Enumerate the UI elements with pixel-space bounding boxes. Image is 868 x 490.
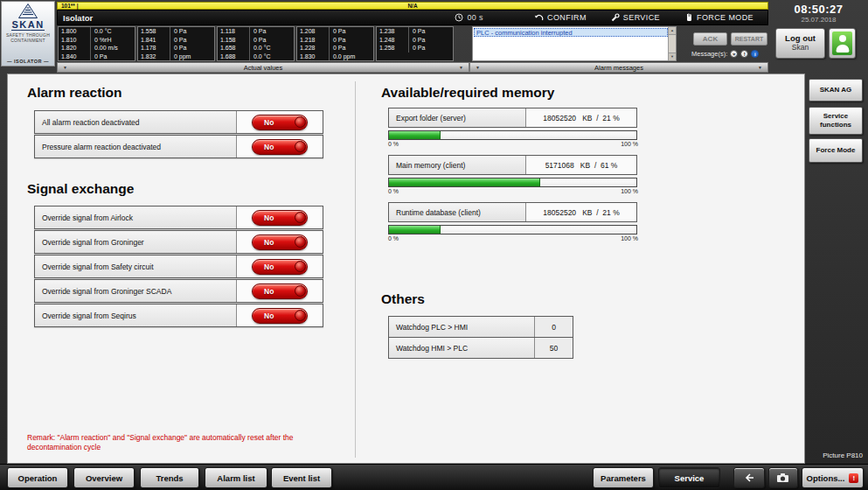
alarm-message-list[interactable]: PLC - communication interrupted ▲ ▼	[472, 26, 677, 61]
memory-scale: 0 % 100 %	[388, 235, 638, 242]
alarm-reaction-title: Alarm reaction	[27, 85, 122, 101]
value-tag: 1.178	[138, 44, 170, 52]
hand-icon	[684, 13, 693, 22]
value-row: 1.2380 Pa	[377, 27, 453, 36]
force-mode-button[interactable]: FORCE MODE	[684, 13, 753, 22]
tab-event-list[interactable]: Event list	[271, 467, 332, 488]
scale-min: 0 %	[388, 188, 399, 194]
sidebar-button-skan-ag[interactable]: SKAN AG	[809, 79, 863, 102]
toggle-switch[interactable]: No	[252, 139, 308, 155]
value-tag: 1.258	[377, 44, 408, 52]
scroll-down-icon[interactable]: ▼	[669, 52, 676, 60]
header-toolbar: Isolator 00 s CONFIRM SERVICE FORCE MODE	[57, 10, 768, 25]
toggle-row: Override signal from Groninger SCADA No	[34, 279, 323, 303]
clock: 08:50:27 25.07.2018	[769, 0, 868, 26]
tab-trends[interactable]: Trends	[140, 467, 199, 488]
tab-service[interactable]: Service	[658, 467, 720, 488]
value-row: 1.8400 Pa	[59, 52, 135, 61]
service-mode-button[interactable]: SERVICE	[611, 13, 660, 22]
actual-values-strip-label: Actual values	[244, 64, 283, 72]
toggle-switch[interactable]: No	[252, 234, 308, 250]
value-row: 1.2280 Pa	[297, 44, 373, 52]
toggle-state-label: No	[264, 262, 274, 271]
message-info-icon: i	[751, 50, 759, 58]
picture-label: Picture P810	[823, 452, 863, 459]
sidebar-button-service-functions[interactable]: Service functions	[809, 107, 863, 135]
camera-icon	[776, 472, 790, 483]
scroll-up-icon[interactable]: ▲	[669, 27, 676, 35]
toggle-row: Pressure alarm reaction deactivated No	[34, 135, 323, 158]
toggle-switch[interactable]: No	[252, 210, 308, 226]
actual-values-panel: 1.8000.0 °C 1.8100 %rH 1.8200.00 m/s 1.8…	[58, 26, 135, 61]
toggle-cell: No	[237, 231, 323, 253]
value-tag: 1.218	[297, 36, 329, 45]
toggle-knob	[295, 261, 306, 272]
toggle-switch[interactable]: No	[252, 115, 308, 130]
logout-button[interactable]: Log out Skan	[775, 28, 825, 59]
value-reading: 0.0 °C	[249, 52, 294, 61]
alarm-scrollbar[interactable]: ▲ ▼	[668, 27, 676, 60]
value-row: 1.2080 Pa	[297, 27, 373, 36]
actual-values-strip[interactable]: ▼ Actual values ▼	[57, 62, 469, 73]
value-tag: 1.820	[59, 44, 90, 52]
value-reading: 0 Pa	[249, 36, 294, 45]
toggle-knob	[295, 285, 306, 297]
alarm-messages-strip[interactable]: ▼ Alarm messages ▼	[469, 62, 768, 73]
toggle-row-label: Override signal from Groninger	[35, 231, 237, 253]
app-root: SKAN SAFETY THROUGH CONTAINMENT — ISOLAT…	[0, 0, 868, 490]
bottom-bar: Operation Overview Trends Alarm list Eve…	[0, 464, 868, 490]
back-button[interactable]	[733, 467, 765, 488]
isolator-title: Isolator	[63, 13, 93, 23]
value-tag: 1.800	[59, 27, 90, 36]
value-reading: 0 Pa	[90, 52, 135, 61]
scale-max: 100 %	[621, 188, 638, 194]
back-arrow-icon	[743, 472, 755, 483]
toggle-knob	[295, 116, 306, 128]
value-tag: 1.558	[138, 27, 170, 36]
restart-button[interactable]: RESTART	[731, 32, 767, 46]
toggle-switch[interactable]: No	[252, 308, 308, 324]
value-row: 1.8200.00 m/s	[59, 44, 135, 52]
value-tag: 1.840	[59, 52, 90, 61]
memory-scale: 0 % 100 %	[388, 141, 638, 147]
value-row: 1.8300.0 ppm	[297, 52, 373, 61]
sidebar-button-force-mode[interactable]: Force Mode	[809, 138, 863, 163]
signal-exchange-title: Signal exchange	[27, 181, 134, 197]
toggle-row: Override signal from Seqirus No	[34, 304, 323, 327]
value-reading: 0 Pa	[329, 36, 373, 45]
actual-values-panel: 1.1180 Pa 1.1580 Pa 1.6580.0 °C 1.6880.0…	[217, 26, 295, 61]
user-icon[interactable]	[829, 28, 856, 59]
memory-progress-bar	[388, 130, 637, 140]
clock-time: 08:50:27	[794, 3, 843, 16]
toggle-switch[interactable]: No	[252, 284, 308, 299]
memory-item-label: Export folder (server)	[389, 108, 526, 127]
tab-operation[interactable]: Operation	[7, 467, 68, 488]
alarm-message[interactable]: PLC - communication interrupted	[474, 28, 668, 37]
toggle-state-label: No	[264, 287, 274, 296]
value-reading: 0 Pa	[329, 44, 373, 52]
value-reading: 0 Pa	[408, 27, 453, 36]
ack-button[interactable]: ACK	[693, 32, 727, 46]
timer-indicator: 00 s	[455, 13, 483, 22]
brand-tagline: SAFETY THROUGH CONTAINMENT	[6, 32, 50, 43]
value-reading: 0 Pa	[329, 27, 373, 36]
value-row: 1.5580 Pa	[138, 27, 214, 36]
memory-item: Main memory (client) 5171068 KB / 61 %	[388, 155, 637, 175]
timer-value: 00 s	[467, 13, 483, 22]
memory-item-label: Main memory (client)	[389, 156, 526, 174]
confirm-button[interactable]: CONFIRM	[534, 13, 587, 22]
toggle-switch[interactable]: No	[252, 259, 308, 275]
toggle-cell: No	[237, 256, 323, 277]
toggle-state-label: No	[264, 238, 274, 247]
screenshot-button[interactable]	[768, 467, 798, 488]
options-button[interactable]: Options... !	[802, 467, 864, 488]
tab-overview[interactable]: Overview	[73, 467, 135, 488]
value-row: 1.8320 ppm	[138, 52, 214, 61]
collapse-arrow-icon: ▼	[758, 65, 762, 70]
tab-parameters[interactable]: Parameters	[593, 467, 654, 488]
value-reading: 0.0 °C	[90, 27, 135, 36]
value-reading: 0.0 ppm	[329, 52, 373, 61]
watchdog-label: Watchdog PLC > HMI	[389, 317, 535, 337]
tab-alarm-list[interactable]: Alarm list	[205, 467, 267, 488]
clock-date: 25.07.2018	[801, 16, 836, 24]
